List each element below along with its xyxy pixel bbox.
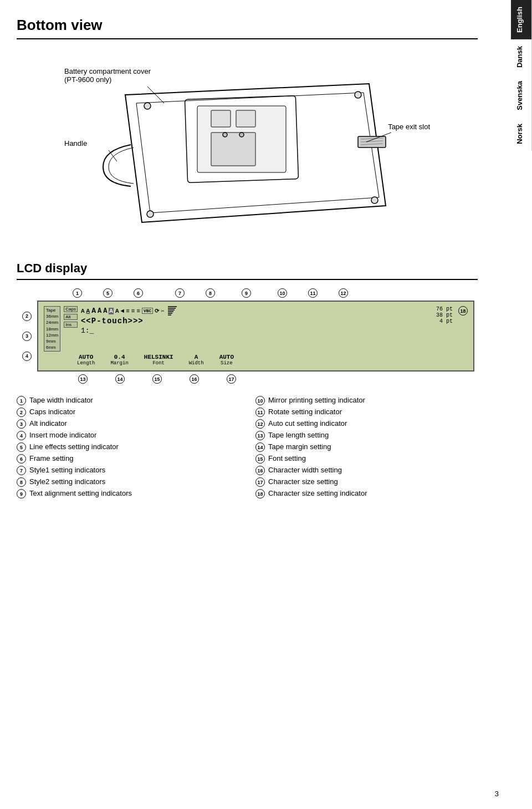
- def-num-3: 3: [17, 419, 26, 429]
- lang-tab-norsk[interactable]: Norsk: [511, 117, 532, 151]
- circle-13: 13: [78, 374, 88, 384]
- language-tabs: English Dansk Svenska Norsk: [511, 0, 532, 809]
- svg-point-4: [371, 197, 378, 203]
- def-item-1: 1 Tape width indicator: [17, 395, 239, 406]
- def-item-10: 10 Mirror printing setting indicator: [255, 395, 478, 406]
- definitions-list: 1 Tape width indicator 2 Caps indicator …: [17, 395, 478, 500]
- icon-area: A A A A A A A ◄ ≡ ≡ ≡ VBC ⟳: [81, 306, 177, 337]
- def-item-15: 15 Font setting: [255, 453, 478, 465]
- svg-point-17: [239, 133, 244, 137]
- def-num-18: 18: [255, 489, 265, 498]
- def-num-12: 12: [255, 419, 265, 429]
- width-setting: A Width: [189, 354, 204, 366]
- lcd-diagram-wrapper: 1 5 6 7 8 9 10 11 12 2 3 4: [20, 288, 474, 384]
- def-item-2: 2 Caps indicator: [17, 406, 239, 418]
- tape-sizes-block: Tape 36mm 24mm 18mm 12mm 9mm 6mm: [44, 306, 60, 352]
- def-num-15: 15: [255, 454, 265, 464]
- bottom-view-title: Bottom view: [17, 17, 478, 39]
- def-item-6: 6 Frame setting: [17, 453, 239, 465]
- circle-15: 15: [152, 374, 162, 384]
- device-illustration: Battery compartment cover (PT-9600 only)…: [59, 50, 436, 250]
- device-svg: [59, 50, 436, 250]
- main-content: Bottom view Battery compartment cover (P…: [0, 0, 511, 516]
- def-item-16: 16 Character width setting: [255, 465, 478, 476]
- svg-line-11: [109, 150, 117, 161]
- tape-36mm: 36mm: [46, 313, 58, 319]
- circle-17: 17: [227, 374, 236, 384]
- def-num-1: 1: [17, 396, 26, 405]
- circle-8: 8: [206, 288, 215, 298]
- icon-A6: A: [115, 308, 119, 314]
- circle-7: 7: [175, 288, 185, 298]
- tape-6mm: 6mm: [46, 344, 58, 350]
- alt-indicator: Alt: [64, 314, 78, 320]
- def-item-8: 8 Style2 setting indicators: [17, 476, 239, 488]
- lang-tab-svenska[interactable]: Svenska: [511, 74, 532, 117]
- def-num-7: 7: [17, 466, 26, 475]
- icon-A3: A: [98, 307, 101, 315]
- lang-tab-dansk[interactable]: Dansk: [511, 39, 532, 74]
- icon-A4: A: [103, 307, 107, 315]
- icon-align-full: ≡: [136, 308, 140, 314]
- def-num-13: 13: [255, 431, 265, 440]
- def-text-2: Caps indicator: [29, 408, 239, 416]
- size-setting: AUTO Size: [219, 354, 234, 366]
- margin-setting: 0.4 Margin: [110, 354, 128, 366]
- def-num-10: 10: [255, 396, 265, 405]
- margin-label: Margin: [110, 360, 128, 366]
- tape-12mm: 12mm: [46, 332, 58, 338]
- ins-indicator: Ins: [64, 322, 78, 328]
- def-num-4: 4: [17, 431, 26, 440]
- def-text-11: Rotate setting indicator: [268, 408, 478, 416]
- def-text-12: Auto cut setting indicator: [268, 419, 478, 428]
- size-label: Size: [221, 360, 233, 366]
- def-text-18: Character size setting indicator: [268, 489, 478, 497]
- def-item-4: 4 Insert mode indicator: [17, 430, 239, 441]
- lcd-display: Tape 36mm 24mm 18mm 12mm 9mm 6mm Caps Al…: [37, 301, 474, 372]
- icon-A5: A: [109, 308, 114, 314]
- icon-align-left: ◄: [121, 308, 125, 314]
- circle-16: 16: [190, 374, 199, 384]
- svg-point-2: [144, 103, 151, 109]
- icon-align-right: ≡: [131, 308, 135, 314]
- width-value: A: [195, 354, 198, 360]
- tape-9mm: 9mm: [46, 338, 58, 344]
- def-num-5: 5: [17, 442, 26, 452]
- settings-row: AUTO Length 0.4 Margin HELSINKI Font A W…: [44, 354, 468, 366]
- svg-rect-14: [236, 110, 255, 127]
- circle-1: 1: [73, 288, 82, 298]
- def-num-2: 2: [17, 408, 26, 417]
- icon-rotate: ⟳: [155, 308, 159, 314]
- def-text-17: Character size setting: [268, 477, 478, 486]
- font-setting: HELSINKI Font: [144, 354, 173, 366]
- bottom-number-row: 13 14 15 16 17: [20, 374, 474, 384]
- lcd-row-icons: Tape 36mm 24mm 18mm 12mm 9mm 6mm Caps Al…: [44, 306, 468, 352]
- svg-rect-13: [211, 110, 231, 127]
- circle-2: 2: [22, 312, 32, 321]
- def-item-17: 17 Character size setting: [255, 476, 478, 488]
- font-value: HELSINKI: [144, 354, 173, 360]
- ptouch-text: <<P-touch>>>: [81, 317, 177, 325]
- svg-point-16: [223, 133, 227, 137]
- def-text-15: Font setting: [268, 454, 478, 462]
- def-text-8: Style2 setting indicators: [29, 477, 239, 486]
- pt-4: 4 pt: [436, 318, 453, 324]
- tape-18mm: 18mm: [46, 326, 58, 332]
- circle-11: 11: [308, 288, 318, 298]
- circle-9: 9: [242, 288, 251, 298]
- def-item-11: 11 Rotate setting indicator: [255, 406, 478, 418]
- def-text-13: Tape length setting: [268, 431, 478, 439]
- circle-18-lcd: 18: [458, 306, 468, 316]
- def-text-7: Style1 setting indicators: [29, 466, 239, 474]
- svg-rect-15: [211, 133, 255, 166]
- def-text-10: Mirror printing setting indicator: [268, 396, 478, 404]
- def-item-9: 9 Text alignment setting indicators: [17, 488, 239, 500]
- def-text-6: Frame setting: [29, 454, 239, 462]
- circle-3: 3: [22, 332, 32, 341]
- icon-A-bold: A: [91, 307, 96, 315]
- pt-38: 38 pt: [436, 312, 453, 318]
- left-numbers: 2 3 4: [20, 301, 34, 372]
- lang-tab-english[interactable]: English: [511, 0, 532, 39]
- def-item-14: 14 Tape margin setting: [255, 441, 478, 453]
- battery-indicator: [168, 306, 177, 316]
